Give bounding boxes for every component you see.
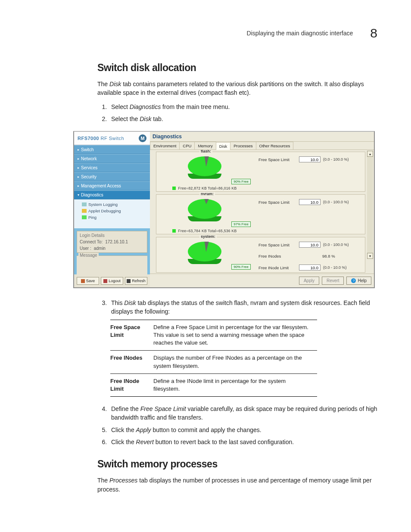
- free-badge: 90% Free: [231, 179, 251, 184]
- save-icon: [81, 279, 85, 283]
- disk-section-nvram: nvram: 97% Free Free=63,784 KB Total=65,…: [156, 194, 365, 234]
- login-details-panel: Login Details Connect To:172.16.10.1 Use…: [77, 231, 147, 253]
- legend-swatch-icon: [172, 187, 176, 190]
- pie-chart-flash: [188, 156, 221, 177]
- system-free-inodes-value: 98.8 %: [322, 254, 335, 258]
- nav-diagnostics-children: System Logging Applet Debugging Ping: [74, 199, 150, 222]
- disk-steps-list-cont: This Disk tab displays the status of the…: [97, 299, 379, 316]
- scroll-down-button[interactable]: ▾: [367, 253, 373, 259]
- log-icon: [82, 202, 87, 206]
- legend-flash: Free=82,872 KB Total=86,016 KB: [172, 186, 237, 190]
- system-free-inode-limit-input[interactable]: [299, 264, 321, 271]
- step-3: This Disk tab displays the status of the…: [109, 299, 379, 316]
- chevron-right-icon: ▸: [78, 184, 79, 188]
- heading-switch-memory-processes: Switch memory processes: [97, 458, 379, 470]
- heading-switch-disk-allocation: Switch disk allocation: [97, 62, 379, 74]
- brand-bar: RFS7000 RF Switch M: [74, 132, 150, 145]
- chevron-right-icon: ▸: [78, 148, 79, 152]
- chevron-right-icon: ▸: [78, 166, 79, 170]
- row-free-space-limit-val: Define a Free Space Limit in percentage …: [153, 320, 317, 351]
- tab-other-resources[interactable]: Other Resources: [256, 142, 294, 149]
- disk-intro-paragraph: The Disk tab contains parameters related…: [97, 80, 379, 97]
- pie-chart-nvram: [188, 199, 221, 220]
- step-4: Define the Free Space Limit variable car…: [109, 404, 379, 422]
- tab-memory[interactable]: Memory: [194, 142, 216, 149]
- chevron-down-icon: ▾: [78, 193, 79, 197]
- nvram-free-space-limit-input[interactable]: [299, 199, 321, 205]
- row-free-inodes-val: Displays the number of Free INodes as a …: [153, 351, 317, 373]
- row-free-inodes-key: Free INodes: [110, 351, 153, 373]
- legend-swatch-icon: [172, 229, 176, 233]
- disk-steps-list-end: Define the Free Space Limit variable car…: [97, 404, 379, 446]
- row-free-inode-limit-key: Free INode Limit: [110, 373, 153, 396]
- nav-switch[interactable]: ▸Switch: [74, 145, 150, 154]
- tab-processes[interactable]: Processes: [230, 142, 256, 149]
- disk-steps-list: Select Diagnostics from the main tree me…: [97, 103, 379, 124]
- step-6: Click the Revert button to revert back t…: [109, 438, 379, 446]
- chevron-right-icon: ▸: [78, 157, 79, 161]
- step-2: Select the Disk tab.: [109, 115, 379, 123]
- step-1: Select Diagnostics from the main tree me…: [109, 103, 379, 111]
- revert-button[interactable]: Revert: [322, 277, 344, 285]
- panel-title: Diagnostics: [150, 132, 374, 142]
- pie-chart-system: [188, 242, 221, 262]
- logout-button[interactable]: Logout: [101, 277, 123, 285]
- refresh-button[interactable]: Refresh: [125, 277, 147, 285]
- nav-security[interactable]: ▸Security: [74, 172, 150, 181]
- disk-section-system: system: 90% Free Free Space Limit (0.0 -…: [156, 237, 365, 273]
- free-badge: 97% Free: [231, 221, 251, 227]
- step-5: Click the Apply button to commit and app…: [109, 426, 379, 434]
- tab-bar: Environment CPU Memory Disk Processes Ot…: [150, 142, 374, 150]
- help-button[interactable]: ?Help: [346, 277, 371, 285]
- header-label: Displaying the main diagnostic interface: [247, 30, 353, 37]
- tab-environment[interactable]: Environment: [150, 142, 180, 149]
- help-icon: ?: [351, 278, 356, 283]
- ping-icon: [82, 215, 87, 219]
- system-free-space-limit-input[interactable]: [299, 242, 321, 248]
- apply-button[interactable]: Apply: [299, 277, 319, 285]
- logout-icon: [103, 279, 107, 283]
- tab-cpu[interactable]: CPU: [179, 142, 195, 149]
- tab-disk[interactable]: Disk: [216, 142, 230, 150]
- refresh-icon: [127, 279, 131, 283]
- subnav-ping[interactable]: Ping: [82, 214, 150, 221]
- chevron-right-icon: ▸: [78, 175, 79, 179]
- row-free-space-limit-key: Free Space Limit: [110, 320, 153, 351]
- nav-network[interactable]: ▸Network: [74, 154, 150, 163]
- field-description-table: Free Space LimitDefine a Free Space Limi…: [110, 320, 317, 397]
- subnav-applet-debugging[interactable]: Applet Debugging: [82, 208, 150, 214]
- disk-section-flash: flash: 90% Free Free=82,872 KB Total=86,…: [156, 152, 365, 192]
- page-header: Displaying the main diagnostic interface…: [26, 26, 385, 40]
- nav-services[interactable]: ▸Services: [74, 163, 150, 172]
- header-chapter-number: 8: [370, 26, 377, 40]
- flash-free-space-limit-input[interactable]: [299, 156, 321, 162]
- scrollbar-track[interactable]: [367, 157, 373, 253]
- applet-icon: [82, 209, 87, 213]
- row-free-inode-limit-val: Define a free INode limit in percentage …: [153, 373, 317, 396]
- processes-intro-paragraph: The Processes tab displays the number of…: [97, 476, 379, 494]
- subnav-system-logging[interactable]: System Logging: [82, 201, 150, 208]
- motorola-logo-icon: M: [139, 134, 146, 142]
- free-badge: 90% Free: [231, 264, 251, 270]
- nav-diagnostics[interactable]: ▾Diagnostics: [74, 190, 150, 199]
- nav-management-access[interactable]: ▸Management Access: [74, 181, 150, 190]
- diagnostics-disk-screenshot: RFS7000 RF Switch M ▸Switch ▸Network ▸Se…: [73, 131, 375, 288]
- legend-nvram: Free=63,784 KB Total=65,536 KB: [172, 229, 237, 233]
- save-button[interactable]: Save: [77, 277, 99, 285]
- message-panel: Message: [77, 255, 147, 274]
- scroll-up-button[interactable]: ▴: [367, 151, 373, 157]
